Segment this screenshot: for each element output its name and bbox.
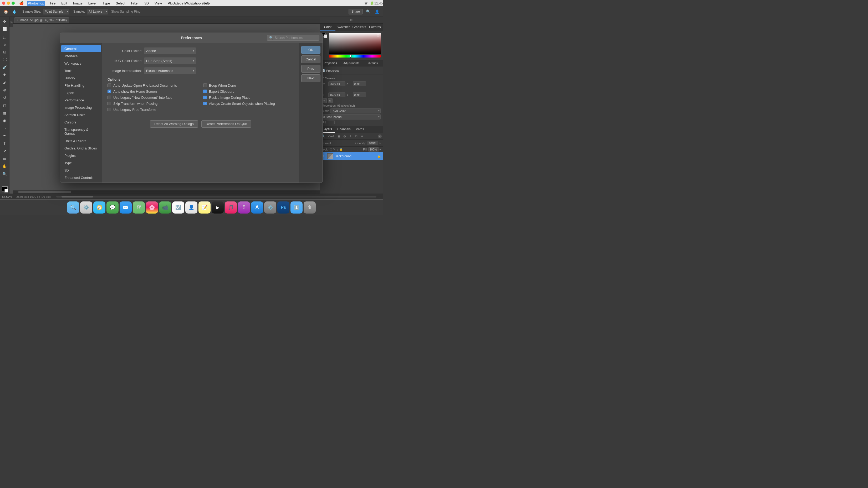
preferences-overlay: Preferences 🔍 General Interface Workspac… xyxy=(0,0,383,215)
option-home-screen: Auto show the Home Screen xyxy=(107,90,198,94)
label-skip-transform: Skip Transform when Placing xyxy=(113,102,157,106)
menubar-edit[interactable]: Edit xyxy=(60,1,68,6)
preferences-sidebar: General Interface Workspace Tools Histor… xyxy=(60,43,102,183)
preferences-actions: Reset All Warning Dialogs Reset Preferen… xyxy=(107,117,293,128)
nav-performance[interactable]: Performance xyxy=(61,97,101,104)
preferences-search-input[interactable] xyxy=(275,36,317,40)
option-beep: Beep When Done xyxy=(203,84,293,88)
interpolation-row: Image Interpolation: Bicubic Automatic xyxy=(107,67,293,74)
option-export-clipboard: Export Clipboard xyxy=(203,90,293,94)
nav-history[interactable]: History xyxy=(61,74,101,82)
menubar-3d[interactable]: 3D xyxy=(143,1,150,6)
hud-color-label: HUD Color Picker: xyxy=(107,59,142,63)
color-picker-label: Color Picker: xyxy=(107,49,142,53)
battery-icon: 🔋 xyxy=(370,1,374,5)
label-smart-objects: Always Create Smart Objects when Placing xyxy=(209,102,275,106)
preferences-body: General Interface Workspace Tools Histor… xyxy=(60,43,322,183)
checkbox-skip-transform[interactable] xyxy=(107,102,111,105)
checkbox-export-clipboard[interactable] xyxy=(203,90,207,93)
checkbox-beep[interactable] xyxy=(203,84,207,87)
traffic-lights xyxy=(2,2,15,5)
options-section-title: Options xyxy=(107,77,293,82)
preferences-content: Color Picker: Adobe HUD Color Picker: Hu… xyxy=(102,43,299,183)
cancel-button[interactable]: Cancel xyxy=(301,56,320,63)
preferences-dialog: Preferences 🔍 General Interface Workspac… xyxy=(60,33,323,183)
checkbox-legacy-free-transform[interactable] xyxy=(107,108,111,111)
option-legacy-free-transform: Use Legacy Free Transform xyxy=(107,108,198,111)
nav-guides[interactable]: Guides, Grid & Slices xyxy=(61,145,101,152)
preferences-search-box[interactable]: 🔍 xyxy=(267,35,319,41)
menubar: 🍎 Photoshop File Edit Image Layer Type S… xyxy=(0,0,383,6)
search-icon: 🔍 xyxy=(269,36,273,40)
nav-scratch-disks[interactable]: Scratch Disks xyxy=(61,111,101,119)
option-resize-image: Resize Image During Place xyxy=(203,96,293,100)
apple-menu[interactable]: 🍎 xyxy=(20,1,23,5)
menubar-select[interactable]: Select xyxy=(115,1,126,6)
checkbox-home-screen[interactable] xyxy=(107,90,111,93)
checkbox-smart-objects[interactable] xyxy=(203,102,207,105)
checkbox-legacy-new-doc[interactable] xyxy=(107,96,111,99)
options-grid: Auto-Update Open File-based Documents Be… xyxy=(107,84,293,111)
reset-warnings-button[interactable]: Reset All Warning Dialogs xyxy=(150,120,198,128)
nav-cursors[interactable]: Cursors xyxy=(61,119,101,126)
option-auto-update: Auto-Update Open File-based Documents xyxy=(107,84,198,88)
interpolation-label: Image Interpolation: xyxy=(107,69,142,73)
window-title: Adobe Photoshop 2023 xyxy=(174,1,209,5)
close-button[interactable] xyxy=(2,2,5,5)
nav-general[interactable]: General xyxy=(61,45,101,52)
option-skip-transform: Skip Transform when Placing xyxy=(107,102,198,106)
ok-button[interactable]: OK xyxy=(301,46,320,54)
interpolation-dropdown-wrap: Bicubic Automatic xyxy=(144,67,196,74)
nav-interface[interactable]: Interface xyxy=(61,53,101,60)
menubar-layer[interactable]: Layer xyxy=(87,1,98,6)
menubar-type[interactable]: Type xyxy=(101,1,111,6)
label-beep: Beep When Done xyxy=(209,84,236,88)
minimize-button[interactable] xyxy=(7,2,10,5)
nav-3d[interactable]: 3D xyxy=(61,167,101,174)
preferences-title: Preferences xyxy=(181,36,202,40)
reset-prefs-button[interactable]: Reset Preferences On Quit xyxy=(202,120,251,128)
prev-button[interactable]: Prev xyxy=(301,65,320,73)
nav-image-processing[interactable]: Image Processing xyxy=(61,104,101,111)
label-legacy-new-doc: Use Legacy "New Document" Interface xyxy=(113,96,173,100)
fullscreen-button[interactable] xyxy=(11,2,15,5)
menubar-file[interactable]: File xyxy=(49,1,57,6)
checkbox-auto-update[interactable] xyxy=(107,84,111,87)
preferences-nav-buttons: OK Cancel Prev Next xyxy=(299,43,322,183)
option-legacy-new-doc: Use Legacy "New Document" Interface xyxy=(107,96,198,100)
color-picker-row: Color Picker: Adobe xyxy=(107,47,293,54)
menubar-right: ⌘ 🔋 11:45 xyxy=(364,1,381,5)
nav-tools[interactable]: Tools xyxy=(61,67,101,74)
menubar-image[interactable]: Image xyxy=(72,1,84,6)
nav-enhanced-controls[interactable]: Enhanced Controls xyxy=(61,174,101,181)
nav-workspace[interactable]: Workspace xyxy=(61,60,101,67)
hud-color-dropdown[interactable]: Hue Strip (Small) xyxy=(144,58,196,64)
label-export-clipboard: Export Clipboard xyxy=(209,90,235,94)
checkbox-resize-image[interactable] xyxy=(203,96,207,99)
nav-file-handling[interactable]: File Handling xyxy=(61,82,101,89)
preferences-header: Preferences 🔍 xyxy=(60,33,322,43)
color-picker-dropdown[interactable]: Adobe xyxy=(144,47,196,54)
menubar-view[interactable]: View xyxy=(154,1,163,6)
clock: 11:45 xyxy=(376,1,381,5)
menubar-filter[interactable]: Filter xyxy=(130,1,140,6)
label-resize-image: Resize Image During Place xyxy=(209,96,250,100)
wifi-icon[interactable]: ⌘ xyxy=(364,1,368,5)
nav-export[interactable]: Export xyxy=(61,89,101,96)
label-auto-update: Auto-Update Open File-based Documents xyxy=(113,84,177,88)
interpolation-dropdown[interactable]: Bicubic Automatic xyxy=(144,67,196,74)
label-home-screen: Auto show the Home Screen xyxy=(113,90,157,94)
label-legacy-free-transform: Use Legacy Free Transform xyxy=(113,108,156,111)
nav-plugins[interactable]: Plugins xyxy=(61,152,101,159)
next-button[interactable]: Next xyxy=(301,74,320,82)
nav-units[interactable]: Units & Rulers xyxy=(61,137,101,144)
menubar-photoshop[interactable]: Photoshop xyxy=(27,1,45,6)
nav-tech-previews[interactable]: Technology Previews xyxy=(61,182,101,183)
nav-type[interactable]: Type xyxy=(61,159,101,166)
color-picker-dropdown-wrap: Adobe xyxy=(144,47,196,54)
hud-color-dropdown-wrap: Hue Strip (Small) xyxy=(144,58,196,64)
option-smart-objects: Always Create Smart Objects when Placing xyxy=(203,102,293,106)
nav-transparency[interactable]: Transparency & Gamut xyxy=(61,126,101,137)
hud-color-row: HUD Color Picker: Hue Strip (Small) xyxy=(107,58,293,64)
